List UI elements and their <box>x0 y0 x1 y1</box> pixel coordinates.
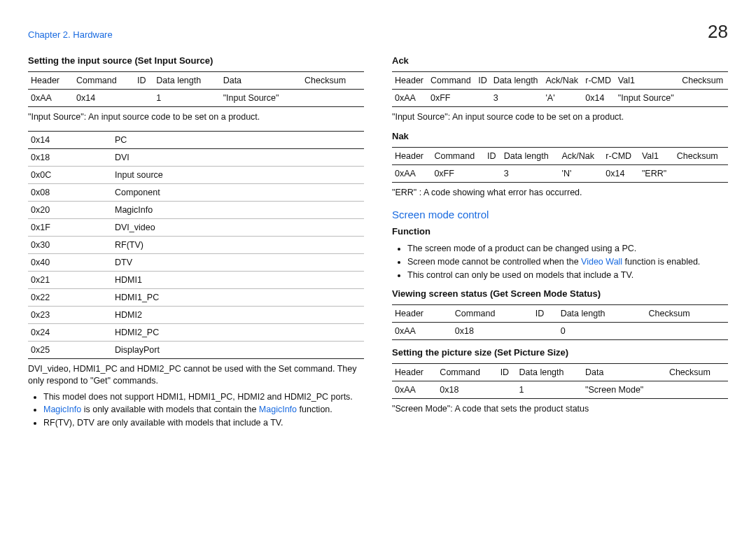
ack-table: Header Command ID Data length Ack/Nak r-… <box>392 71 728 107</box>
set-picture-title: Setting the picture size (Set Picture Si… <box>392 347 728 358</box>
th: Data length <box>517 364 583 381</box>
td: 0x23 <box>28 306 112 323</box>
th: Checksum <box>674 147 728 164</box>
td: 0x1F <box>28 218 112 236</box>
td: HDMI2_PC <box>112 323 364 341</box>
magicinfo-link[interactable]: MagicInfo <box>259 405 297 414</box>
td: 'A' <box>542 90 582 107</box>
ack-desc: "Input Source": An input source code to … <box>392 111 728 124</box>
set-picture-desc: "Screen Mode": A code that sets the prod… <box>392 403 728 416</box>
right-column: Ack Header Command ID Data length Ack/Na… <box>392 55 728 433</box>
th: Data length <box>501 147 559 164</box>
td: 0x18 <box>452 323 533 340</box>
th: Command <box>431 147 484 164</box>
td: HDMI1 <box>112 271 364 288</box>
list-item: RF(TV), DTV are only available with mode… <box>43 416 364 430</box>
th: Data length <box>558 305 646 323</box>
td: 0x14 <box>603 164 639 182</box>
td: 0x21 <box>28 271 112 288</box>
set-input-table: Header Command ID Data length Data Check… <box>28 71 364 107</box>
set-input-desc: "Input Source": An input source code to … <box>28 111 364 124</box>
td: 3 <box>491 90 543 107</box>
th: r-CMD <box>582 72 615 90</box>
td: 0xAA <box>392 90 428 107</box>
nak-table: Header Command ID Data length Ack/Nak r-… <box>392 147 728 183</box>
nak-desc: "ERR" : A code showing what error has oc… <box>392 187 728 199</box>
th: Command <box>428 72 475 90</box>
td: 0x25 <box>28 341 112 358</box>
td: 0x14 <box>582 90 615 107</box>
th: Checksum <box>646 305 728 323</box>
function-label: Function <box>392 226 728 237</box>
td: "Input Source" <box>220 90 302 107</box>
set-input-title: Setting the input source (Set Input Sour… <box>28 55 364 66</box>
th: Ack/Nak <box>542 72 582 90</box>
td: 0xAA <box>392 323 452 340</box>
td: 0xAA <box>392 381 437 399</box>
th: ID <box>498 364 517 381</box>
page-number: 28 <box>708 21 728 43</box>
list-item: Screen mode cannot be controlled when th… <box>407 255 728 269</box>
td: 1 <box>153 90 220 107</box>
screen-mode-heading: Screen mode control <box>392 209 728 220</box>
th: Checksum <box>302 72 364 90</box>
th: Command <box>437 364 497 381</box>
th: Val1 <box>639 147 674 164</box>
td: 0x08 <box>28 183 112 201</box>
notes-list: This model does not support HDMI1, HDMI1… <box>28 391 364 430</box>
magicinfo-link[interactable]: MagicInfo <box>43 405 81 414</box>
td: HDMI1_PC <box>112 288 364 306</box>
td: RF(TV) <box>112 236 364 253</box>
td: 0 <box>558 323 646 340</box>
td: 0xFF <box>428 90 475 107</box>
td: 0x30 <box>28 236 112 253</box>
td: Input source <box>112 166 364 183</box>
list-item: The screen mode of a product can be chan… <box>407 242 728 255</box>
td <box>302 90 364 107</box>
td: PC <box>112 131 364 148</box>
td: HDMI2 <box>112 306 364 323</box>
th: r-CMD <box>603 147 639 164</box>
text: Screen mode cannot be controlled when th… <box>407 257 581 267</box>
text: function. <box>297 405 332 414</box>
td <box>533 323 558 340</box>
td: MagicInfo <box>112 201 364 218</box>
td <box>134 90 153 107</box>
th: Checksum <box>679 72 728 90</box>
td: 0x24 <box>28 323 112 341</box>
td: 0x18 <box>437 381 497 399</box>
td: DTV <box>112 253 364 271</box>
td: 'N' <box>559 164 603 182</box>
th: Data length <box>153 72 220 90</box>
td: 0x18 <box>28 148 112 166</box>
function-list: The screen mode of a product can be chan… <box>392 242 728 281</box>
td: "Input Source" <box>615 90 679 107</box>
ack-title: Ack <box>392 55 728 66</box>
td: "ERR" <box>639 164 674 182</box>
td: 3 <box>501 164 559 182</box>
th: Header <box>392 147 431 164</box>
chapter-label: Chapter 2. Hardware <box>28 29 113 40</box>
td <box>674 164 728 182</box>
td: DisplayPort <box>112 341 364 358</box>
td <box>498 381 517 399</box>
th: ID <box>484 147 501 164</box>
th: ID <box>134 72 153 90</box>
get-screen-table: Header Command ID Data length Checksum 0… <box>392 304 728 340</box>
td <box>475 90 490 107</box>
input-codes-table: 0x14PC0x18DVI0x0CInput source0x08Compone… <box>28 131 364 359</box>
set-picture-table: Header Command ID Data length Data Check… <box>392 363 728 399</box>
td: 0x14 <box>74 90 134 107</box>
td <box>666 381 728 399</box>
th: Command <box>74 72 134 90</box>
td: 0x22 <box>28 288 112 306</box>
td: 0x40 <box>28 253 112 271</box>
nak-title: Nak <box>392 131 728 141</box>
th: Command <box>452 305 533 323</box>
page-header: Chapter 2. Hardware 28 <box>28 21 728 43</box>
text: function is enabled. <box>622 257 700 267</box>
td <box>679 90 728 107</box>
td: DVI <box>112 148 364 166</box>
th: Data <box>220 72 302 90</box>
videowall-link[interactable]: Video Wall <box>581 257 622 267</box>
